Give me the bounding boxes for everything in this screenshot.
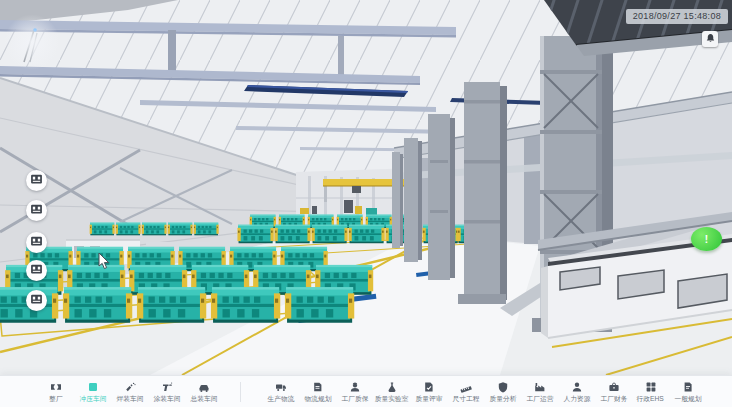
notification-button[interactable] xyxy=(702,31,718,47)
viewport-3d[interactable] xyxy=(0,0,732,375)
alert-symbol: ! xyxy=(705,234,708,245)
tab-factory[interactable]: 工厂运营 xyxy=(521,381,558,403)
tab-factory-overview[interactable]: 整厂 xyxy=(37,381,74,403)
grid-icon xyxy=(645,381,657,394)
tab-welding-shop[interactable]: 焊装车间 xyxy=(111,381,148,403)
press-line-marker[interactable] xyxy=(26,260,47,281)
bottom-toolbar: 整厂冲压车间焊装车间涂装车间总装车间 生产物流物流规划工厂质保质量实验室质量评审… xyxy=(0,375,732,407)
welding-shop-icon xyxy=(124,381,136,394)
press-machine-icon xyxy=(30,262,43,280)
document-check-icon xyxy=(423,381,435,394)
bell-icon xyxy=(705,30,716,48)
tab-shield[interactable]: 质量分析 xyxy=(484,381,521,403)
painting-shop-icon xyxy=(161,381,173,394)
worker-icon xyxy=(349,381,361,394)
press-line-marker[interactable] xyxy=(26,232,47,253)
tab-briefcase[interactable]: 工厂财务 xyxy=(595,381,632,403)
factory-overview-icon xyxy=(50,381,62,394)
person-icon xyxy=(571,381,583,394)
module-nav: 生产物流物流规划工厂质保质量实验室质量评审尺寸工程质量分析工厂运营人力资源工厂财… xyxy=(262,381,706,403)
shield-icon xyxy=(497,381,509,394)
factory-icon xyxy=(534,381,546,394)
tab-document-check[interactable]: 质量评审 xyxy=(410,381,447,403)
tab-document[interactable]: 一般规划 xyxy=(669,381,706,403)
assembly-shop-icon xyxy=(198,381,210,394)
alert-marker[interactable]: ! xyxy=(691,227,722,251)
stamping-shop-icon xyxy=(87,381,99,394)
press-line-marker[interactable] xyxy=(26,290,47,311)
tab-stamping-shop[interactable]: 冲压车间 xyxy=(74,381,111,403)
document-icon xyxy=(682,381,694,394)
workshop-nav: 整厂冲压车间焊装车间涂装车间总装车间 xyxy=(37,381,222,403)
tab-flask[interactable]: 质量实验室 xyxy=(373,381,410,403)
truck-icon xyxy=(275,381,287,394)
tab-person[interactable]: 人力资源 xyxy=(558,381,595,403)
tab-painting-shop[interactable]: 涂装车间 xyxy=(148,381,185,403)
tab-ruler[interactable]: 尺寸工程 xyxy=(447,381,484,403)
timestamp-badge: 2018/09/27 15:48:08 xyxy=(626,9,728,24)
app-window: 2018/09/27 15:48:08 ! 整厂冲压车间焊装车间涂装车间总装车间… xyxy=(0,0,732,407)
logistics-plan-icon xyxy=(312,381,324,394)
press-machine-icon xyxy=(30,292,43,310)
ruler-icon xyxy=(460,381,472,394)
flask-icon xyxy=(386,381,398,394)
press-machine-icon xyxy=(30,234,43,252)
toolbar-divider xyxy=(240,382,241,402)
press-machine-icon xyxy=(30,202,43,220)
press-line-marker[interactable] xyxy=(26,170,47,191)
press-line-marker[interactable] xyxy=(26,200,47,221)
tab-logistics-plan[interactable]: 物流规划 xyxy=(299,381,336,403)
tab-worker[interactable]: 工厂质保 xyxy=(336,381,373,403)
tab-assembly-shop[interactable]: 总装车间 xyxy=(185,381,222,403)
tab-truck[interactable]: 生产物流 xyxy=(262,381,299,403)
tab-grid[interactable]: 行政EHS xyxy=(632,381,669,403)
press-machine-icon xyxy=(30,172,43,190)
briefcase-icon xyxy=(608,381,620,394)
